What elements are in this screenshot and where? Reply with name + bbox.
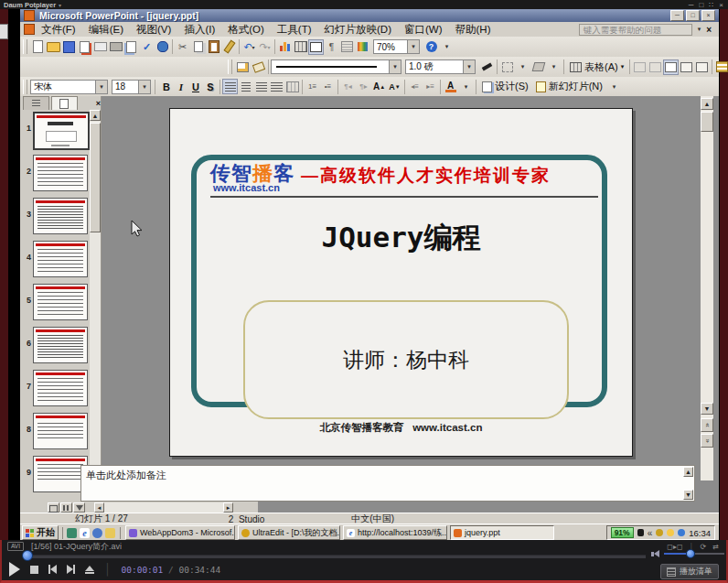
align-left-icon[interactable] [222, 79, 238, 94]
task-jquery-ppt[interactable]: jquery.ppt [450, 525, 554, 540]
slide-thumbnail-4[interactable] [33, 241, 88, 277]
paste-icon[interactable] [206, 39, 221, 55]
insert-table-icon[interactable] [293, 39, 308, 55]
next-slide-button[interactable]: « [701, 434, 713, 448]
vertical-scrollbar[interactable]: ▲ ▼ « « [701, 96, 713, 480]
player-side-tab[interactable] [0, 24, 8, 39]
copy-icon[interactable] [190, 39, 206, 55]
help-question-input[interactable]: 键入需要帮助的问题 [579, 24, 692, 36]
bullets-icon[interactable]: •≡ [320, 79, 336, 94]
design-button[interactable]: 设计(S) [478, 79, 532, 94]
cut-icon[interactable]: ✂ [175, 39, 190, 55]
notes-scroll-up-icon[interactable]: ▲ [683, 467, 693, 477]
font-color-icon[interactable]: A [443, 79, 458, 94]
scroll-down-icon[interactable]: ▼ [701, 403, 713, 415]
menu-edit[interactable]: 编辑(E) [82, 22, 130, 37]
panel-scroll-thumb[interactable] [90, 123, 101, 232]
stop-button[interactable] [30, 566, 38, 574]
distribute-rows-icon[interactable] [714, 59, 728, 75]
show-formatting-icon[interactable]: ¶ [324, 39, 339, 55]
previous-button[interactable] [48, 565, 57, 574]
split-cells-icon[interactable] [648, 59, 663, 75]
task-ultraedit[interactable]: UltraEdit - [D:\我的文档... [238, 525, 340, 540]
menu-slideshow[interactable]: 幻灯片放映(D) [318, 22, 398, 37]
eraser-icon[interactable] [251, 59, 266, 75]
help-icon[interactable]: ? [423, 39, 439, 55]
quicklaunch-msn-icon[interactable] [92, 528, 102, 538]
menu-tools[interactable]: 工具(T) [271, 22, 318, 37]
line-style-dropdown-icon[interactable]: ▾ [389, 60, 401, 73]
play-button[interactable] [9, 562, 20, 577]
player-minimize-icon[interactable]: ─ [689, 1, 694, 9]
merge-cells-icon[interactable] [632, 59, 648, 75]
pp-close-icon[interactable]: × [701, 10, 715, 21]
tables-and-borders-icon[interactable] [308, 39, 324, 55]
powerpoint-titlebar[interactable]: Microsoft PowerPoint - [jquery.ppt] ─ □ … [20, 9, 719, 22]
draw-table-icon[interactable] [235, 59, 251, 75]
spelling-icon[interactable]: ✓ [139, 39, 155, 55]
line-width-combobox[interactable]: 1.0 磅▾ [405, 59, 476, 74]
zoom-dropdown-icon[interactable]: ▾ [407, 40, 419, 53]
hscroll-track[interactable] [104, 502, 223, 513]
tray-key-icon[interactable] [656, 529, 663, 536]
slide-thumbnail-5[interactable] [33, 284, 88, 320]
fill-color-icon[interactable] [530, 59, 546, 75]
slide-canvas[interactable]: 传智播客 www.itcast.cn —高级软件人才实作培训专家 JQuery编… [169, 108, 633, 457]
underline-button[interactable]: U [188, 80, 203, 94]
task-webappdom[interactable]: WebAppDom3 - Microsof... [125, 525, 235, 540]
next-button[interactable] [67, 565, 75, 574]
tray-messenger-icon[interactable] [667, 529, 674, 536]
new-document-icon[interactable] [30, 39, 46, 55]
help-dropdown-icon[interactable]: ▾ [698, 26, 701, 33]
panel-scrollbar[interactable]: ▲ ▼ [90, 110, 101, 496]
align-center-icon[interactable] [238, 79, 253, 94]
new-slide-button[interactable]: 新幻灯片(N) [532, 79, 606, 94]
increase-font-icon[interactable]: A▲ [371, 79, 387, 94]
border-color-icon[interactable] [479, 59, 495, 75]
increase-indent-icon[interactable]: ▸≡ [423, 79, 438, 94]
slideshow-view-button[interactable] [73, 502, 85, 513]
borders-icon[interactable] [499, 59, 515, 75]
notes-pane[interactable]: 单击此处添加备注 ▲ ▼ [80, 465, 695, 502]
italic-button[interactable]: I [174, 80, 188, 94]
doc-close-icon[interactable]: × [706, 25, 712, 35]
slide-thumbnail-3[interactable] [33, 198, 88, 234]
slide-thumbnail-8[interactable] [33, 413, 88, 449]
hscroll-right-icon[interactable]: ▸ [223, 502, 233, 513]
slide-sorter-view-button[interactable] [60, 502, 72, 513]
font-dropdown-icon[interactable]: ▾ [95, 81, 107, 93]
toolbar-options-icon[interactable]: ▾ [439, 39, 455, 55]
quicklaunch-folder-icon[interactable] [105, 528, 115, 538]
scroll-up-icon[interactable]: ▲ [701, 98, 713, 110]
slide-thumbnail-6[interactable] [33, 327, 88, 363]
playlist-button[interactable]: 播放清单 [660, 564, 719, 579]
start-button[interactable]: 开始 [22, 525, 59, 540]
color-grayscale-icon[interactable] [355, 39, 370, 55]
numbering-icon[interactable]: 1≡ [305, 79, 320, 94]
shadow-button[interactable]: S [203, 80, 218, 94]
align-bottom-icon[interactable] [694, 59, 710, 75]
open-icon[interactable] [46, 39, 61, 55]
pp-minimize-icon[interactable]: ─ [670, 10, 684, 21]
panel-close-icon[interactable]: × [96, 99, 101, 108]
power-plug-icon[interactable] [637, 529, 644, 536]
zoom-combobox[interactable]: 70%▾ [373, 39, 420, 54]
volume-filled-track[interactable] [664, 553, 686, 555]
ltr-text-icon[interactable]: ¶◂ [340, 79, 356, 94]
menu-insert[interactable]: 插入(I) [177, 22, 221, 37]
save-icon[interactable] [61, 39, 77, 55]
normal-view-button[interactable] [48, 502, 59, 513]
slide-thumbnail-9[interactable] [33, 456, 88, 492]
line-style-combobox[interactable]: ▾ [271, 59, 401, 74]
font-combobox[interactable]: 宋体▾ [30, 80, 108, 94]
player-titlebar[interactable]: Daum Potplayer ▾ ─□∷× [0, 0, 728, 9]
slide-thumbnail-7[interactable] [33, 370, 88, 406]
slide-thumbnail-1[interactable] [33, 112, 90, 150]
center-vertically-icon[interactable] [679, 59, 694, 75]
hscroll-left-icon[interactable]: ◂ [94, 502, 104, 513]
splitter-collapse-icon[interactable] [70, 467, 79, 475]
menu-view[interactable]: 视图(V) [130, 22, 177, 37]
scroll-thumb[interactable] [701, 112, 713, 132]
player-pin-icon[interactable]: ∷ [709, 1, 713, 9]
show-grid-icon[interactable] [339, 39, 355, 55]
